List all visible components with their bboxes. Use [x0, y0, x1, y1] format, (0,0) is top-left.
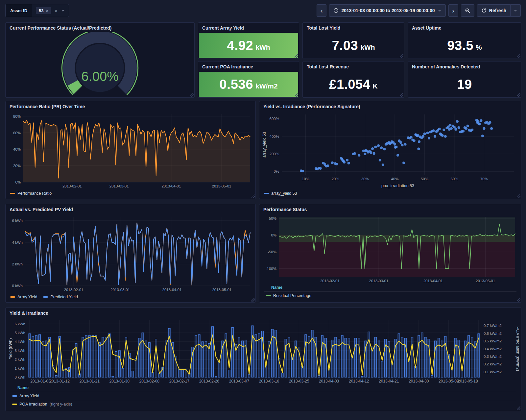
svg-text:0.4 kW/m2: 0.4 kW/m2	[484, 347, 502, 351]
refresh-label: Refresh	[489, 8, 506, 13]
svg-text:60%: 60%	[13, 131, 21, 135]
svg-text:2013-03-01: 2013-03-01	[110, 288, 130, 292]
panel-title: Performance Ratio (PR) Over Time	[6, 101, 255, 111]
legend-swatch	[12, 404, 17, 405]
panel-current-array-yield: Current Array Yield 4.92 kWh	[198, 22, 299, 59]
panel-resize-handle[interactable]	[517, 194, 520, 198]
svg-text:1 kWh: 1 kWh	[14, 366, 25, 370]
svg-text:2013-03-01: 2013-03-01	[369, 279, 389, 283]
actual-vs-predicted-chart[interactable]: 0 kWh2 kWh4 kWh6 kWh2013-02-012013-03-01…	[8, 213, 253, 294]
legend-item[interactable]: Residual Percentage	[264, 291, 516, 300]
svg-text:6 kWh: 6 kWh	[14, 322, 25, 326]
time-forward-button[interactable]: ›	[448, 4, 458, 17]
legend-item[interactable]: POA Irradiation (right y-axis)	[10, 400, 516, 408]
svg-text:2013-05-01: 2013-05-01	[212, 184, 231, 188]
svg-text:10%: 10%	[302, 177, 309, 181]
svg-text:2013-04-30: 2013-04-30	[409, 379, 429, 383]
panel-resize-handle[interactable]	[190, 93, 194, 97]
refresh-interval-button[interactable]	[511, 4, 521, 17]
svg-text:0%: 0%	[15, 180, 21, 184]
panel-total-lost-revenue: Total Lost Revenue £1.054 K	[302, 61, 404, 98]
svg-text:2013-05-01: 2013-05-01	[476, 279, 495, 283]
legend-label: POA Irradiation	[19, 402, 47, 407]
zoom-out-button[interactable]	[461, 4, 474, 17]
svg-text:2013-05-01: 2013-05-01	[212, 288, 231, 292]
panel-performance-status: Performance Status 50%0%-50%-100%2013-02…	[259, 204, 521, 303]
panel-title: Current Array Yield	[198, 23, 299, 32]
panel-resize-handle[interactable]	[517, 298, 520, 302]
panel-resize-handle[interactable]	[251, 194, 255, 198]
filter-clear-icon[interactable]: ×	[55, 8, 58, 13]
svg-text:2013-04-12: 2013-04-12	[349, 379, 369, 383]
panel-resize-handle[interactable]	[517, 407, 520, 410]
legend-suffix: (right y-axis)	[50, 402, 72, 407]
legend: Array Yield Predicted Yield	[6, 294, 255, 302]
stat-unit: kW/m2	[255, 78, 278, 90]
panel-title: Performance Status	[259, 204, 521, 213]
stat-value: 19	[457, 77, 472, 92]
stat-value: 93.5	[447, 38, 473, 53]
filter-chip[interactable]: 53 ×	[36, 7, 51, 14]
panel-current-poa-irradiance: Current POA Irradiance 0.536 kW/m2	[198, 61, 299, 98]
yield-irradiance-chart[interactable]: 0 kWh1 kWh2 kWh3 kWh4 kWh5 kWh6 kWh0.1 k…	[8, 317, 519, 385]
svg-text:2013-02-17: 2013-02-17	[169, 379, 190, 383]
svg-text:0.6 kW/m2: 0.6 kW/m2	[484, 332, 502, 335]
asset-id-filter: Asset ID 53 × ×	[5, 4, 69, 17]
svg-text:50%: 50%	[421, 177, 428, 181]
performance-gauge[interactable]: 6.00%	[8, 32, 192, 97]
svg-text:2013-01-03: 2013-01-03	[30, 379, 51, 383]
stat-unit: kWh	[360, 39, 375, 51]
svg-text:6 kWh: 6 kWh	[12, 219, 23, 223]
panel-anomalies: Number of Anomalies Detected 19	[408, 61, 521, 98]
performance-status-chart[interactable]: 50%0%-50%-100%2013-02-012013-03-012013-0…	[261, 213, 519, 285]
stat-value: 0.536	[219, 77, 253, 92]
legend-label: Array Yield	[17, 295, 37, 299]
yield-irradiance-scatter[interactable]: 0%200%400%600%10%20%30%40%50%60%70%poa_i…	[261, 111, 519, 190]
panel-resize-handle[interactable]	[295, 93, 298, 97]
svg-text:70%: 70%	[480, 177, 488, 181]
svg-text:2013-01-21: 2013-01-21	[79, 379, 100, 383]
stat-value: 7.03	[332, 38, 358, 53]
panel-resize-handle[interactable]	[400, 93, 403, 97]
svg-text:80%: 80%	[13, 114, 21, 118]
clock-icon	[333, 8, 339, 13]
panel-resize-handle[interactable]	[295, 54, 298, 58]
svg-text:200%: 200%	[270, 152, 279, 156]
legend: array_yield 53	[259, 190, 521, 199]
legend-swatch	[10, 193, 15, 194]
panel-resize-handle[interactable]	[400, 54, 403, 58]
panel-resize-handle[interactable]	[517, 93, 520, 97]
svg-text:2013-04-01: 2013-04-01	[423, 279, 443, 283]
svg-text:0%: 0%	[271, 233, 276, 237]
legend-item[interactable]: array_yield 53	[264, 191, 297, 196]
svg-text:50%: 50%	[269, 216, 276, 220]
stat-value: £1.054	[329, 77, 370, 92]
time-range-button[interactable]: 2013-01-03 00:00:00 to 2013-05-19 00:00:…	[329, 4, 445, 17]
chip-remove-icon[interactable]: ×	[46, 9, 49, 13]
chevron-down-icon	[514, 9, 517, 12]
svg-text:20%: 20%	[13, 164, 21, 168]
panel-total-lost-yield: Total Lost Yield 7.03 kWh	[302, 22, 404, 59]
svg-text:2013-01-12: 2013-01-12	[49, 379, 70, 383]
filter-value[interactable]: 53 × ×	[32, 4, 69, 17]
legend-header: Name	[264, 285, 516, 291]
legend-item[interactable]: Array Yield	[10, 295, 37, 299]
svg-text:0%: 0%	[274, 169, 279, 173]
panel-asset-uptime: Asset Uptime 93.5 %	[408, 22, 521, 59]
panel-title: Asset Uptime	[408, 23, 521, 32]
svg-text:-50%: -50%	[268, 250, 276, 254]
panel-resize-handle[interactable]	[517, 54, 520, 58]
refresh-button[interactable]: Refresh	[477, 4, 511, 17]
legend-swatch	[10, 296, 15, 298]
legend-label: array_yield 53	[271, 191, 297, 196]
time-back-button[interactable]: ‹	[317, 4, 326, 17]
svg-text:2013-02-08: 2013-02-08	[139, 379, 160, 383]
legend-item[interactable]: Performance Ratio	[10, 191, 52, 196]
legend-item[interactable]: Array Yield	[10, 392, 516, 400]
panel-title: Number of Anomalies Detected	[408, 62, 521, 71]
panel-resize-handle[interactable]	[251, 298, 255, 302]
svg-text:6.00%: 6.00%	[81, 69, 118, 84]
chevron-down-icon[interactable]	[61, 9, 65, 12]
legend-item[interactable]: Predicted Yield	[43, 295, 78, 299]
performance-ratio-chart[interactable]: 0%20%40%60%80%2013-02-012013-03-012013-0…	[8, 111, 253, 190]
